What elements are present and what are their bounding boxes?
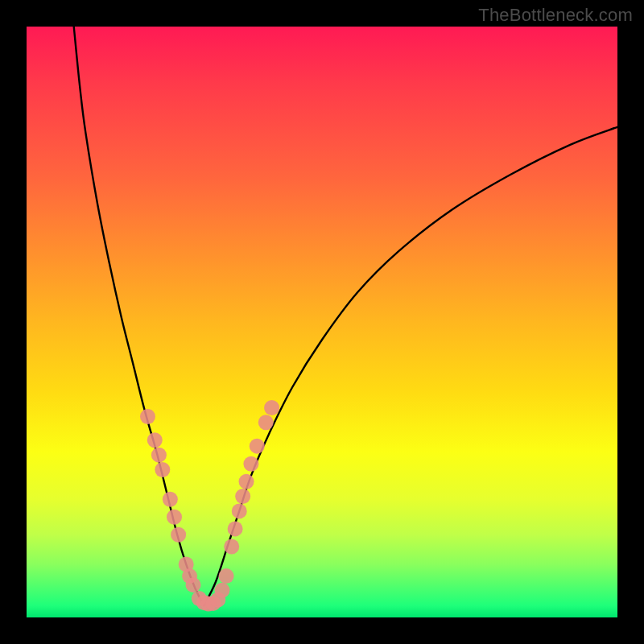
marker-dot (232, 503, 247, 518)
marker-dot (258, 415, 274, 430)
marker-dot (185, 577, 200, 592)
marker-dot (235, 489, 250, 504)
marker-dot (140, 409, 155, 424)
marker-dot (243, 456, 258, 472)
marker-dot (219, 568, 234, 584)
marker-dot (228, 521, 243, 536)
marker-dot (171, 527, 186, 543)
marker-group (140, 400, 279, 612)
marker-dot (163, 492, 178, 507)
marker-dot (147, 432, 163, 448)
marker-dot (167, 510, 182, 525)
plot-area (27, 27, 617, 617)
watermark-text: TheBottleneck.com (478, 5, 633, 26)
marker-dot (224, 539, 239, 554)
outer-frame: TheBottleneck.com (0, 0, 644, 644)
marker-dot (155, 462, 170, 477)
curve-left-arm (74, 27, 204, 605)
marker-dot (214, 583, 229, 598)
curve-right-arm (204, 127, 617, 606)
curve-layer (27, 27, 617, 617)
marker-dot (151, 448, 167, 463)
marker-dot (239, 474, 254, 489)
marker-dot (264, 400, 279, 415)
marker-dot (250, 439, 265, 454)
